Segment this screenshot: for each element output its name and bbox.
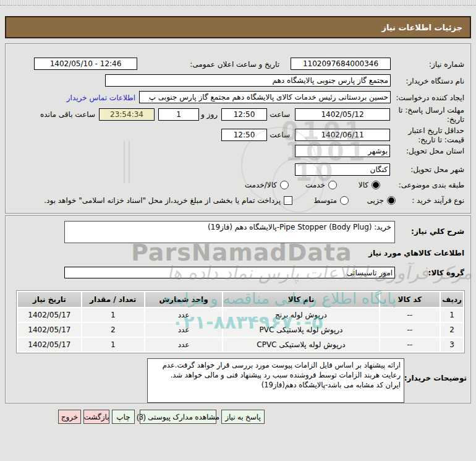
- view-attachments-button[interactable]: مشاهده مدارک پیوستی (3): [140, 410, 216, 424]
- classification-option-goods-service-label: کالا/خدمت: [245, 181, 277, 189]
- treasury-checkbox-icon[interactable]: [284, 196, 292, 205]
- classification-option-goods-label: کالا: [359, 181, 368, 189]
- goods-group-label: گروه کالا:: [428, 267, 464, 279]
- creator-label: ایجاد کننده درخواست:: [396, 92, 464, 104]
- process-option-medium[interactable]: متوسط: [313, 196, 349, 205]
- announce-datetime-value[interactable]: 1402/05/10 - 12:46: [34, 58, 137, 70]
- treasury-note-label: پرداخت تمام یا بخشی از مبلغ خرید،از محل …: [44, 196, 281, 205]
- need-description-value[interactable]: خرید: Pipe Stopper (Body Plug)-پالایشگاه…: [64, 221, 395, 243]
- classification-option-service[interactable]: خدمت: [305, 180, 337, 190]
- cell-item-name: درپوش لوله پلاستیکی PVC: [223, 323, 378, 337]
- classification-option-service-label: خدمت: [305, 181, 325, 189]
- cell-quantity: 1: [82, 308, 144, 322]
- print-button[interactable]: چاپ: [112, 410, 135, 424]
- cell-need-date: 1402/05/17: [18, 323, 81, 337]
- classification-option-goods-service[interactable]: کالا/خدمت: [245, 180, 289, 190]
- cell-row-number: 2: [441, 323, 463, 337]
- province-value[interactable]: بوشهر: [295, 145, 390, 157]
- col-row-number: ردیف: [441, 292, 463, 307]
- radio-selected-icon[interactable]: [372, 181, 380, 189]
- need-description-label: شرح کلي نیاز:: [411, 225, 464, 238]
- page-title-bar: جزئیات اطلاعات نیاز: [5, 16, 471, 38]
- cell-row-number: 1: [441, 308, 463, 322]
- announce-datetime-label: تاریخ و ساعت اعلان عمومی:: [190, 58, 279, 71]
- deadline-date-value[interactable]: 1402/05/12: [295, 108, 390, 121]
- section-request-info: شماره نیاز: 1102097684000346 تاریخ و ساع…: [5, 43, 471, 213]
- goods-group-value[interactable]: امور تاسیساتی: [64, 267, 395, 278]
- section-need-details: شرح کلي نیاز: خرید: Pipe Stopper (Body P…: [5, 215, 471, 403]
- cell-unit: عدد: [145, 323, 223, 337]
- goods-table: ردیف کد کالا نام کالا واحد شمارش تعداد /…: [16, 290, 465, 353]
- validity-hour-label: ساعت: [270, 129, 290, 141]
- col-item-code: کد کالا: [380, 292, 440, 307]
- page-top-dotted-strip: [0, 0, 476, 6]
- cell-quantity: 1: [82, 338, 144, 351]
- cell-need-date: 1402/05/17: [18, 308, 81, 322]
- buyer-org-label: نام دستگاه خریدار:: [406, 75, 465, 87]
- deadline-label: مهلت ارسال پاسخ: تا تاریخ:: [395, 106, 464, 124]
- deadline-days-label: روز و: [201, 108, 218, 121]
- buyer-notes-label: توضیحات خریدار:: [404, 372, 467, 384]
- table-row: 3 -- درپوش لوله پلاستیکی CPVC عدد 1 1402…: [18, 338, 463, 351]
- need-number-value[interactable]: 1102097684000346: [291, 58, 391, 70]
- treasury-checkbox-group[interactable]: پرداخت تمام یا بخشی از مبلغ خرید،از محل …: [44, 196, 292, 205]
- cell-item-name: درپوش لوله پلاستیکی CPVC: [223, 338, 378, 351]
- radio-icon[interactable]: [340, 196, 349, 205]
- deadline-time-value[interactable]: 12:50: [221, 108, 267, 121]
- deadline-days-value[interactable]: 1: [158, 108, 199, 121]
- radio-icon[interactable]: [280, 181, 289, 189]
- cell-item-name: درپوش لوله برنج: [223, 308, 378, 322]
- goods-section-heading: اطلاعات کالاهاي مورد نیاز: [368, 247, 464, 259]
- page: { "title_bar": {"label": "جزئیات اطلاعات…: [0, 0, 476, 461]
- deadline-remaining-label: ساعت باقی مانده: [40, 108, 95, 121]
- price-validity-label: حداقل تاریخ اعتبار قیمت: تا تاریخ:: [400, 126, 464, 145]
- process-option-minor[interactable]: جزیی: [367, 196, 396, 205]
- need-number-label: شماره نیاز:: [429, 58, 464, 71]
- province-label: استان محل تحویل:: [406, 145, 464, 157]
- creator-value[interactable]: حسین بردستانی رئیس خدمات کالای پالایشگاه…: [139, 91, 391, 103]
- col-quantity: تعداد / مقدار: [82, 292, 144, 307]
- col-unit: واحد شمارش: [145, 292, 223, 307]
- deadline-countdown-timer: 23:54:34: [99, 108, 155, 121]
- process-option-medium-label: متوسط: [313, 196, 337, 205]
- city-value[interactable]: کنگان: [295, 163, 390, 176]
- cell-item-code: --: [380, 323, 440, 337]
- radio-icon[interactable]: [328, 181, 337, 189]
- deadline-hour-label: ساعت: [270, 108, 290, 121]
- goods-table-header-row: ردیف کد کالا نام کالا واحد شمارش تعداد /…: [18, 292, 463, 307]
- process-option-minor-label: جزیی: [367, 196, 384, 205]
- col-item-name: نام کالا: [223, 292, 378, 307]
- cell-item-code: --: [380, 308, 440, 322]
- city-label: شهر محل تحویل:: [410, 163, 464, 176]
- table-row: 2 -- درپوش لوله پلاستیکی PVC عدد 2 1402/…: [18, 323, 463, 337]
- buyer-contact-link[interactable]: اطلاعات تماس خریدار: [67, 92, 135, 104]
- cell-unit: عدد: [145, 308, 223, 322]
- cell-need-date: 1402/05/17: [18, 338, 81, 351]
- buyer-notes-value[interactable]: ارائه پیشنهاد بر اساس فایل الزامات پیوست…: [147, 358, 404, 403]
- col-need-date: تاریخ نیاز: [18, 292, 81, 307]
- validity-date-value[interactable]: 1402/06/11: [295, 129, 390, 141]
- classification-option-goods[interactable]: کالا: [359, 180, 380, 190]
- cell-unit: عدد: [145, 338, 223, 351]
- buyer-org-value[interactable]: مجتمع گاز پارس جنوبی پالایشگاه دهم: [105, 74, 391, 87]
- page-title: جزئیات اطلاعات نیاز: [381, 23, 462, 32]
- radio-selected-icon[interactable]: [387, 196, 396, 205]
- cell-row-number: 3: [441, 338, 463, 351]
- exit-button[interactable]: خروج: [58, 410, 81, 424]
- respond-button[interactable]: پاسخ به نیاز: [221, 410, 265, 424]
- cell-item-code: --: [380, 338, 440, 351]
- back-button[interactable]: بازگشت: [83, 410, 109, 424]
- classification-label: طبقه بندی موضوعی:: [399, 179, 464, 191]
- validity-time-value[interactable]: 12:50: [221, 129, 267, 141]
- cell-quantity: 2: [82, 323, 144, 337]
- table-row: 1 -- درپوش لوله برنج عدد 1 1402/05/17: [18, 308, 463, 322]
- process-type-label: نوع فرآیند خرید :: [412, 194, 464, 207]
